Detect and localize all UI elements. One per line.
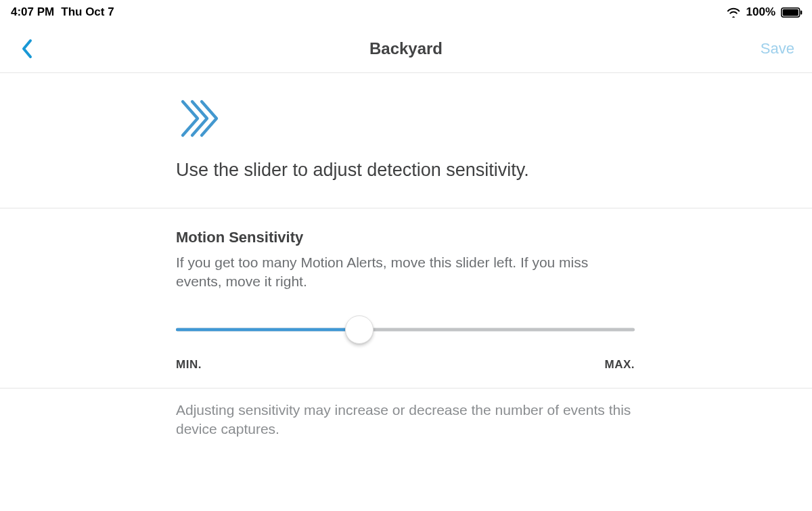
status-date: Thu Oct 7 — [61, 5, 114, 19]
battery-percent: 100% — [746, 5, 775, 19]
battery-icon — [781, 7, 803, 18]
status-time: 4:07 PM — [11, 5, 54, 19]
nav-header: Backyard Save — [0, 24, 812, 73]
motion-sensitivity-section: Motion Sensitivity If you get too many M… — [0, 208, 812, 388]
status-bar-left: 4:07 PM Thu Oct 7 — [11, 5, 114, 19]
slider-min-label: MIN. — [176, 358, 202, 372]
slider-thumb[interactable] — [345, 315, 374, 344]
save-button[interactable]: Save — [761, 40, 794, 58]
svg-rect-2 — [800, 10, 802, 14]
slider-labels: MIN. MAX. — [176, 358, 635, 372]
status-bar-right: 100% — [726, 5, 803, 19]
slider-track — [176, 328, 635, 331]
wifi-icon — [726, 7, 741, 18]
intro-heading: Use the slider to adjust detection sensi… — [176, 160, 812, 181]
footer-note: Adjusting sensitivity may increase or de… — [0, 388, 812, 451]
svg-rect-1 — [783, 9, 798, 16]
sensitivity-slider[interactable] — [176, 315, 635, 345]
slider-max-label: MAX. — [605, 358, 635, 372]
section-title: Motion Sensitivity — [176, 229, 636, 246]
page-title: Backyard — [369, 39, 443, 58]
section-help-text: If you get too many Motion Alerts, move … — [176, 253, 609, 292]
status-bar: 4:07 PM Thu Oct 7 100% — [0, 0, 812, 24]
back-button[interactable] — [16, 35, 38, 62]
chevron-left-icon — [21, 39, 33, 59]
intro-section: Use the slider to adjust detection sensi… — [0, 73, 812, 208]
slider-fill — [176, 328, 359, 331]
motion-chevrons-icon — [179, 97, 812, 142]
